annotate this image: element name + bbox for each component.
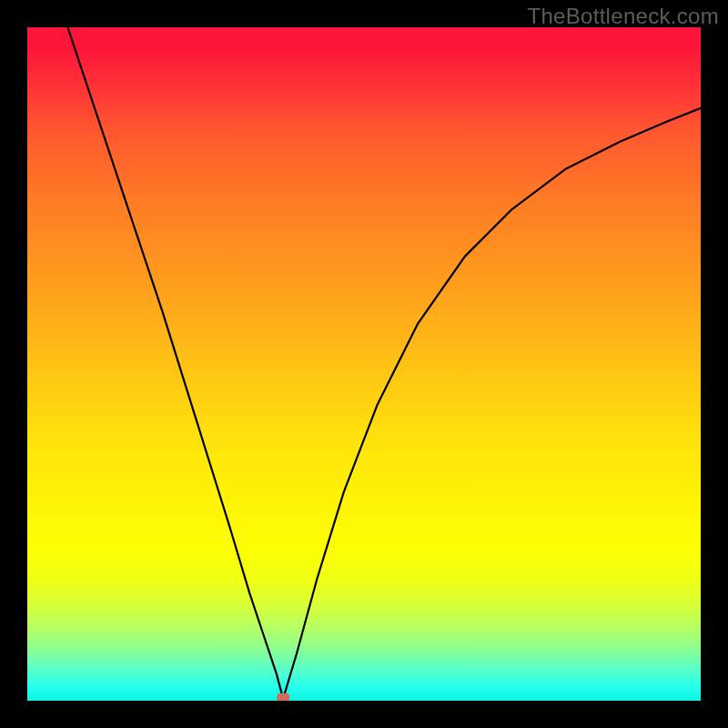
plot-area [27,27,701,701]
chart-frame: TheBottleneck.com [0,0,728,728]
minimum-marker [277,693,289,701]
curve-right-branch [285,108,701,694]
chart-overlay [27,27,701,701]
curve-left-branch [67,27,281,694]
watermark-text: TheBottleneck.com [527,4,719,29]
